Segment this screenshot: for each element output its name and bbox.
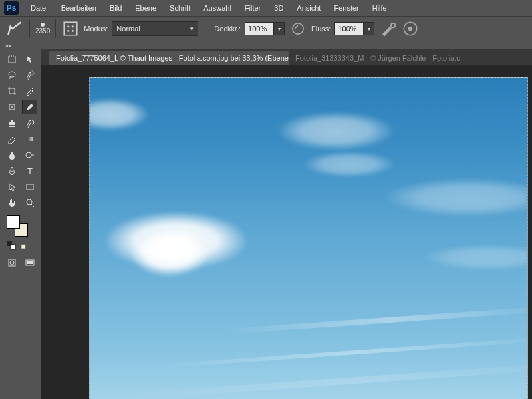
tab-label: Fotolia_7775064_L © Thaut Images - Fotol… [56, 54, 289, 62]
color-swatches[interactable] [7, 215, 28, 237]
flow-input[interactable] [334, 22, 364, 35]
menu-3d[interactable]: 3D [267, 2, 290, 14]
svg-point-2 [72, 25, 74, 27]
mode-label: Modus: [84, 25, 108, 33]
svg-point-6 [391, 23, 396, 28]
airbrush-icon[interactable] [378, 19, 397, 38]
svg-point-18 [27, 200, 32, 205]
sky-streak [124, 361, 528, 399]
foreground-color[interactable] [7, 215, 20, 229]
swap-colors-icon[interactable] [20, 241, 29, 250]
path-select-tool[interactable] [4, 180, 19, 194]
tool-preset-icon[interactable] [5, 19, 24, 38]
menu-filter[interactable]: Filter [238, 2, 267, 14]
svg-point-1 [67, 25, 69, 27]
opacity-dropdown[interactable]: ▾ [274, 22, 285, 35]
svg-rect-25 [27, 261, 33, 264]
menu-auswahl[interactable]: Auswahl [197, 2, 238, 14]
menu-bearbeiten[interactable]: Bearbeiten [55, 2, 103, 14]
menu-schrift[interactable]: Schrift [163, 2, 197, 14]
tools-panel: T [0, 49, 41, 399]
canvas-viewport[interactable] [41, 65, 532, 399]
quickmask-tool[interactable] [4, 255, 19, 270]
brush-panel-icon[interactable] [61, 19, 80, 38]
crop-tool[interactable] [4, 84, 19, 98]
quick-select-tool[interactable] [22, 68, 37, 82]
svg-point-4 [72, 30, 74, 32]
sky-cloud [382, 178, 528, 217]
menu-ebene[interactable]: Ebene [128, 2, 163, 14]
svg-rect-17 [27, 184, 33, 190]
stamp-tool[interactable] [4, 116, 19, 130]
tab-active[interactable]: Fotolia_7775064_L © Thaut Images - Fotol… [49, 51, 289, 65]
history-brush-tool[interactable] [22, 116, 37, 130]
menu-datei[interactable]: Datei [24, 2, 55, 14]
type-tool[interactable]: T [22, 164, 37, 178]
tab-label: Fotolia_31333343_M - © Jürgen Fälchle - … [295, 54, 460, 62]
gradient-tool[interactable] [22, 132, 37, 146]
tab-inactive[interactable]: Fotolia_31333343_M - © Jürgen Fälchle - … [289, 51, 467, 65]
svg-point-15 [11, 171, 13, 172]
sky-cloud [89, 98, 150, 131]
svg-point-8 [408, 27, 413, 31]
menu-bar: Ps Datei Bearbeiten Bild Ebene Schrift A… [0, 0, 532, 16]
menu-bild[interactable]: Bild [103, 2, 128, 14]
svg-rect-9 [9, 56, 15, 63]
menu-hilfe[interactable]: Hilfe [366, 2, 394, 14]
eyedropper-tool[interactable] [22, 84, 37, 98]
canvas[interactable] [89, 77, 528, 399]
opacity-label: Deckkr.: [214, 25, 241, 33]
collapse-toggle-icon[interactable]: ◂◂ [5, 43, 11, 49]
brush-tool[interactable] [22, 100, 37, 114]
app-logo: Ps [4, 1, 19, 15]
document-tabs: Fotolia_7775064_L © Thaut Images - Fotol… [41, 49, 532, 65]
sky-streak [223, 306, 528, 334]
svg-text:T: T [27, 166, 33, 176]
move-tool[interactable] [22, 52, 37, 66]
lasso-tool[interactable] [4, 68, 19, 82]
blend-mode-select[interactable]: Normal [112, 21, 198, 36]
sky-cloud [130, 231, 209, 277]
menu-ansicht[interactable]: Ansicht [290, 2, 327, 14]
svg-point-5 [293, 23, 303, 34]
menu-fenster[interactable]: Fenster [327, 2, 365, 14]
pressure-size-icon[interactable] [401, 19, 420, 38]
sky-cloud [422, 244, 528, 271]
flow-dropdown[interactable]: ▾ [364, 22, 374, 35]
flow-label: Fluss: [311, 25, 331, 33]
svg-point-3 [67, 30, 69, 32]
healing-tool[interactable] [4, 100, 19, 114]
svg-rect-0 [65, 22, 78, 35]
svg-point-10 [9, 72, 15, 77]
blur-tool[interactable] [4, 148, 19, 162]
svg-point-23 [10, 261, 14, 265]
svg-rect-13 [27, 137, 33, 141]
shape-tool[interactable] [22, 180, 37, 194]
default-colors-icon[interactable] [7, 241, 16, 250]
sky-cloud [303, 151, 396, 178]
brush-size-value: 2359 [35, 27, 50, 35]
pressure-opacity-icon[interactable] [289, 19, 307, 38]
svg-rect-21 [21, 245, 25, 249]
svg-point-14 [26, 152, 31, 158]
options-bar: 2359 Modus: Normal Deckkr.: ▾ Fluss: ▾ [0, 16, 532, 41]
sky-streak [157, 336, 528, 368]
opacity-input[interactable] [245, 22, 274, 35]
sky-cloud [276, 111, 396, 151]
svg-rect-20 [11, 245, 15, 249]
screenmode-tool[interactable] [22, 255, 37, 270]
hand-tool[interactable] [4, 196, 19, 210]
zoom-tool[interactable] [22, 196, 37, 210]
dodge-tool[interactable] [22, 148, 37, 162]
pen-tool[interactable] [4, 164, 19, 178]
eraser-tool[interactable] [4, 132, 19, 146]
document-area: Fotolia_7775064_L © Thaut Images - Fotol… [41, 49, 532, 399]
panel-collapse-bar: ◂◂ [0, 41, 532, 49]
brush-size-picker[interactable]: 2359 [35, 23, 50, 35]
rect-marquee-tool[interactable] [4, 52, 19, 66]
